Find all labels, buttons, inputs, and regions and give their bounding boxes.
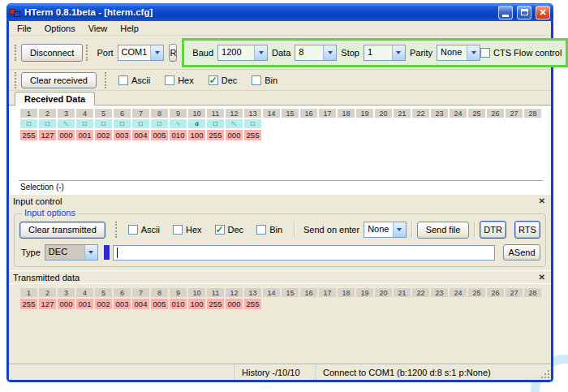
table-cell[interactable]: 010 — [170, 130, 187, 140]
table-cell[interactable]: □ — [39, 119, 56, 128]
table-cell[interactable]: □ — [151, 119, 168, 128]
table-cell[interactable]: 002 — [95, 130, 112, 140]
chevron-down-icon[interactable] — [467, 45, 480, 60]
table-cell[interactable]: 010 — [170, 299, 187, 309]
disconnect-button[interactable]: Disconnect — [21, 44, 83, 62]
close-button[interactable]: ✕ — [536, 6, 550, 19]
table-cell[interactable]: □ — [20, 119, 37, 128]
table-cell[interactable]: d — [188, 119, 205, 128]
table-cell[interactable]: 100 — [188, 299, 205, 309]
table-cell[interactable]: 255 — [207, 299, 224, 309]
input-hex-checkbox[interactable]: Hex — [173, 225, 202, 235]
toolbar-grip[interactable] — [15, 45, 18, 61]
minimize-button[interactable] — [498, 6, 513, 19]
received-hex-checkbox[interactable]: Hex — [165, 75, 194, 85]
app-window: HTerm 0.8.1beta - [hterm.cfg] ✕ File Opt… — [6, 3, 553, 382]
title-bar[interactable]: HTerm 0.8.1beta - [hterm.cfg] ✕ — [6, 3, 553, 21]
cts-flow-control-label: CTS Flow control — [493, 48, 562, 58]
message-input[interactable] — [113, 245, 495, 261]
table-cell[interactable]: 003 — [114, 130, 131, 140]
table-cell[interactable]: 255 — [207, 130, 224, 140]
table-cell[interactable]: 255 — [20, 299, 37, 309]
table-cell[interactable]: 000 — [58, 130, 75, 140]
table-cell[interactable]: 000 — [58, 299, 75, 309]
table-cell[interactable]: 005 — [151, 130, 168, 140]
chevron-down-icon[interactable] — [254, 45, 267, 60]
clear-received-button[interactable]: Clear received — [21, 72, 97, 88]
table-cell[interactable]: 255 — [20, 130, 37, 140]
table-cell[interactable]: 004 — [132, 130, 149, 140]
table-cell[interactable]: 255 — [244, 130, 261, 140]
table-cell[interactable]: 100 — [188, 130, 205, 140]
table-cell: 12 — [226, 288, 243, 297]
baud-select[interactable]: 1200 — [217, 45, 268, 61]
table-cell[interactable]: ␊ — [170, 119, 187, 128]
received-ascii-checkbox[interactable]: Ascii — [118, 75, 150, 85]
table-cell[interactable]: □ — [114, 119, 131, 128]
table-cell[interactable]: 127 — [39, 130, 56, 140]
table-cell[interactable]: ␀ — [58, 119, 75, 128]
transmitted-data-area[interactable]: 1234567891011121314151617181920212223242… — [9, 283, 551, 364]
port-value: COM1 — [118, 45, 151, 60]
resize-grip[interactable] — [538, 364, 551, 380]
chevron-down-icon[interactable] — [393, 222, 406, 237]
chevron-down-icon[interactable] — [150, 45, 163, 60]
table-cell: 11 — [207, 288, 224, 297]
send-file-button[interactable]: Send file — [417, 222, 470, 239]
table-cell[interactable]: 003 — [114, 299, 131, 309]
table-cell[interactable]: 000 — [226, 299, 243, 309]
receive-toolbar: Clear received Ascii Hex Dec Bin — [9, 70, 551, 91]
stop-bits-select[interactable]: 1 — [364, 45, 406, 61]
toolbar-grip[interactable] — [15, 72, 18, 88]
table-cell[interactable]: 001 — [76, 130, 93, 140]
table-cell[interactable]: ␀ — [226, 119, 243, 128]
table-cell[interactable]: 127 — [39, 299, 56, 309]
chevron-down-icon[interactable] — [84, 245, 97, 260]
dtr-button[interactable]: DTR — [480, 221, 506, 239]
rts-button[interactable]: RTS — [514, 221, 540, 239]
received-bin-checkbox[interactable]: Bin — [252, 75, 278, 85]
maximize-button[interactable] — [517, 6, 531, 19]
input-control-close-icon[interactable]: ✕ — [539, 197, 545, 205]
type-select[interactable]: DEC — [45, 244, 98, 261]
menu-item-view[interactable]: View — [82, 22, 114, 35]
clear-transmitted-button[interactable]: Clear transmitted — [19, 222, 105, 239]
table-cell[interactable]: 255 — [244, 299, 261, 309]
send-on-enter-select[interactable]: None — [364, 222, 406, 238]
table-cell[interactable]: 001 — [76, 299, 93, 309]
chevron-down-icon[interactable] — [392, 45, 405, 60]
table-cell[interactable]: □ — [132, 119, 149, 128]
table-cell[interactable]: 000 — [226, 130, 243, 140]
checkbox-box — [215, 225, 225, 235]
received-data-area[interactable]: 1234567891011121314151617181920212223242… — [9, 105, 551, 194]
table-cell[interactable]: 002 — [95, 299, 112, 309]
table-cell[interactable]: □ — [207, 119, 224, 128]
menu-item-file[interactable]: File — [11, 22, 38, 35]
input-ascii-checkbox[interactable]: Ascii — [128, 225, 160, 235]
transmitted-data-close-icon[interactable]: ✕ — [539, 274, 545, 282]
received-data-tab[interactable]: Received Data — [15, 92, 95, 106]
table-cell: 2 — [39, 288, 56, 297]
data-bits-select[interactable]: 8 — [295, 45, 337, 61]
table-cell[interactable]: 004 — [132, 299, 149, 309]
received-dec-checkbox[interactable]: Dec — [209, 75, 238, 85]
table-cell[interactable]: □ — [76, 119, 93, 128]
transmitted-column-headers: 1234567891011121314151617181920212223242… — [20, 288, 551, 297]
toolbar-grip[interactable] — [115, 222, 118, 238]
input-dec-checkbox[interactable]: Dec — [215, 225, 244, 235]
input-bin-checkbox[interactable]: Bin — [256, 225, 282, 235]
refresh-ports-button[interactable]: R — [169, 44, 177, 62]
toolbar-grip[interactable] — [105, 72, 108, 88]
chevron-down-icon[interactable] — [323, 45, 336, 60]
asend-button[interactable]: ASend — [503, 244, 540, 261]
port-select[interactable]: COM1 — [118, 45, 165, 61]
menu-item-options[interactable]: Options — [38, 22, 82, 35]
menu-item-help[interactable]: Help — [114, 22, 145, 35]
toolbar-grip[interactable] — [86, 45, 89, 61]
toolbar-separator — [294, 222, 295, 238]
cts-flow-control-checkbox[interactable]: CTS Flow control — [480, 48, 562, 58]
table-cell[interactable]: □ — [244, 119, 261, 128]
table-cell[interactable]: □ — [95, 119, 112, 128]
parity-select[interactable]: None — [437, 45, 480, 61]
table-cell[interactable]: 005 — [151, 299, 168, 309]
